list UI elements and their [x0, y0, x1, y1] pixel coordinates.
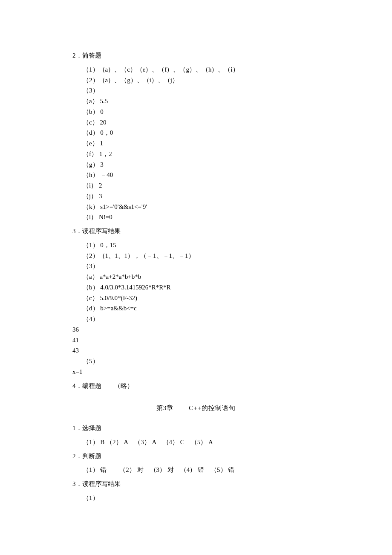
ch3-sec2-title: 2．判断题 [72, 451, 320, 462]
ch3-sec3-body: （1） [72, 493, 320, 503]
section3-line: （d） b>=a&&b<=c [83, 303, 320, 314]
ch3-sec1-title: 1．选择题 [72, 423, 320, 434]
section3-line: （c） 5.0/9.0*(F-32) [83, 293, 320, 304]
section2-line: （e） 1 [83, 138, 320, 149]
section3-line: （4） [83, 314, 320, 324]
chapter-number: 第3章 [156, 405, 174, 411]
section2-line: （3） [83, 85, 320, 96]
section2-line: （i） 2 [83, 180, 320, 191]
section2-line: （k） s1>='0'&&s1<='9' [83, 202, 320, 212]
document-page: 2．简答题 （1）（a）、（c）（e）、（f）、（g）、（h）、（i） （2）（… [0, 0, 392, 555]
section2-line: （b） 0 [83, 107, 320, 117]
ch3-sec2-body: （1） 错 （2） 对 （3） 对 （4） 错 （5） 错 [72, 465, 320, 475]
section3-body-cont: （5） [72, 356, 320, 367]
section3-output: 43 [72, 345, 320, 356]
section2-line: （f） 1，2 [83, 149, 320, 159]
section2-line: （h） －40 [83, 170, 320, 180]
section3-line: （1） 0，15 [83, 240, 320, 251]
ch3-sec3-line: （1） [83, 493, 320, 503]
section2-line: （c） 20 [83, 117, 320, 128]
chapter-heading: 第3章C++的控制语句 [72, 403, 320, 413]
section3-line: （b） 4.0/3.0*3.1415926*R*R*R [83, 282, 320, 293]
section3-output: x=1 [72, 367, 320, 377]
section4-title: 4．编程题 （略） [72, 381, 320, 391]
section2-body: （1）（a）、（c）（e）、（f）、（g）、（h）、（i） （2）（a）、（g）… [72, 64, 320, 223]
section3-line: （2）（1、1、1），（－1、－1、－1） [83, 251, 320, 261]
section2-line: （d） 0，0 [83, 127, 320, 138]
ch3-sec3-title: 3．读程序写结果 [72, 479, 320, 489]
section2-line: （1）（a）、（c）（e）、（f）、（g）、（h）、（i） [83, 64, 320, 75]
section3-output: 36 [72, 324, 320, 335]
section3-body: （1） 0，15 （2）（1、1、1），（－1、－1、－1） （3） （a） a… [72, 240, 320, 324]
section2-line: （g） 3 [83, 159, 320, 170]
section3-line: （a） a*a+2*a*b+b*b [83, 272, 320, 282]
section3-line: （3） [83, 261, 320, 272]
ch3-sec1-line: （1） B （2） A （3） A （4） C （5） A [83, 437, 320, 448]
section3-title: 3．读程序写结果 [72, 226, 320, 237]
section2-line: （j） 3 [83, 191, 320, 202]
ch3-sec2-line: （1） 错 （2） 对 （3） 对 （4） 错 （5） 错 [83, 465, 320, 475]
section2-title: 2．简答题 [72, 50, 320, 61]
section3-line: （5） [83, 356, 320, 367]
chapter-title: C++的控制语句 [189, 405, 236, 411]
ch3-sec1-body: （1） B （2） A （3） A （4） C （5） A [72, 437, 320, 448]
section2-line: （2）（a）、（g）、（i）、（j） [83, 75, 320, 86]
section2-line: （l） N!=0 [83, 212, 320, 223]
section2-line: （a） 5.5 [83, 96, 320, 107]
section3-output: 41 [72, 335, 320, 346]
